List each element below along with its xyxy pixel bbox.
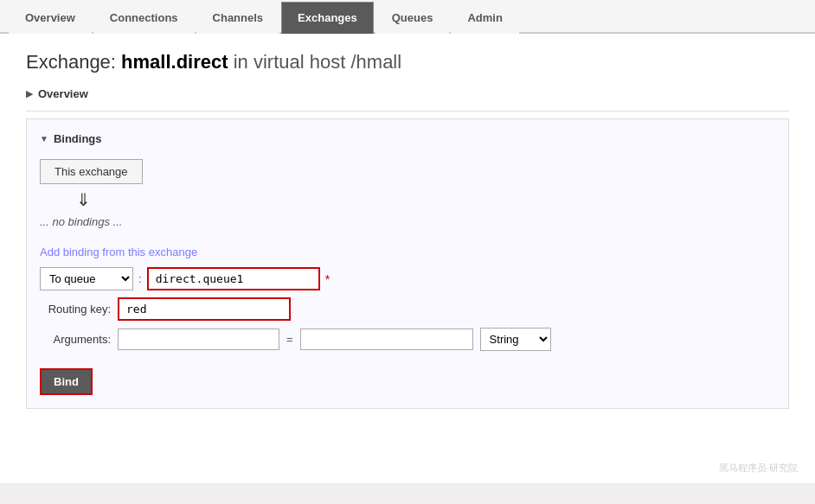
title-prefix: Exchange: xyxy=(26,51,116,73)
exchange-name: hmall.direct xyxy=(121,51,228,73)
equals-sign: = xyxy=(286,333,293,346)
routing-key-label: Routing key: xyxy=(40,303,118,316)
tab-connections[interactable]: Connections xyxy=(93,2,195,34)
overview-section-header[interactable]: ▶ Overview xyxy=(26,84,789,104)
arguments-row: Arguments: = String Number Boolean xyxy=(40,328,775,351)
down-arrow-icon: ⇓ xyxy=(76,189,775,210)
add-binding-section: Add binding from this exchange To queue … xyxy=(40,246,775,395)
top-nav: Overview Connections Channels Exchanges … xyxy=(0,0,815,34)
tab-queues[interactable]: Queues xyxy=(375,2,450,34)
arg-key-input[interactable] xyxy=(118,329,279,350)
watermark: 黑马程序员·研究院 xyxy=(719,462,798,475)
bindings-label: Bindings xyxy=(54,132,102,145)
destination-value-input[interactable] xyxy=(147,267,320,290)
type-select[interactable]: String Number Boolean xyxy=(480,328,551,351)
tab-admin[interactable]: Admin xyxy=(451,2,518,34)
colon-separator: : xyxy=(138,272,142,285)
vhost: /hmall xyxy=(350,51,401,73)
arguments-label: Arguments: xyxy=(40,333,118,346)
section-divider xyxy=(26,111,789,112)
destination-row: To queue To exchange : * xyxy=(40,267,775,290)
add-binding-title: Add binding from this exchange xyxy=(40,246,775,258)
routing-key-input[interactable] xyxy=(118,297,291,321)
arg-value-input[interactable] xyxy=(300,329,473,350)
bind-button[interactable]: Bind xyxy=(40,368,93,395)
overview-arrow-icon: ▶ xyxy=(26,88,33,99)
no-bindings-text: ... no bindings ... xyxy=(40,215,775,228)
destination-type-select[interactable]: To queue To exchange xyxy=(40,267,133,290)
tab-exchanges[interactable]: Exchanges xyxy=(281,2,374,34)
bindings-arrow-icon: ▼ xyxy=(40,134,48,144)
bindings-section: ▼ Bindings This exchange ⇓ ... no bindin… xyxy=(26,118,789,409)
tab-overview[interactable]: Overview xyxy=(9,2,92,34)
tab-channels[interactable]: Channels xyxy=(196,2,280,34)
bindings-section-header[interactable]: ▼ Bindings xyxy=(40,132,775,149)
required-star: * xyxy=(325,272,330,286)
routing-key-row: Routing key: xyxy=(40,297,775,321)
main-content: Exchange: hmall.direct in virtual host /… xyxy=(0,34,815,483)
title-middle: in virtual host xyxy=(234,51,346,73)
page-title: Exchange: hmall.direct in virtual host /… xyxy=(26,51,789,73)
this-exchange-box: This exchange xyxy=(40,159,143,184)
overview-label: Overview xyxy=(38,87,88,100)
